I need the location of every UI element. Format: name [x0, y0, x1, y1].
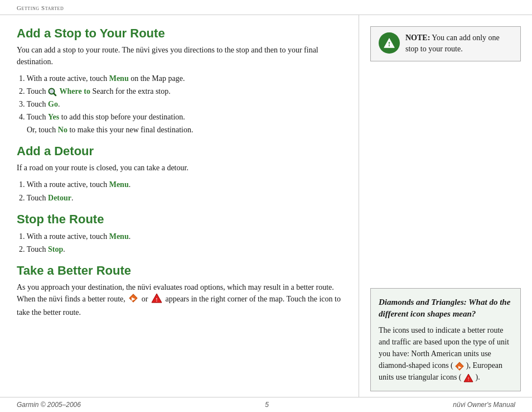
section-add-stop: Add a Stop to Your Route You can add a s… [17, 26, 342, 136]
section-take-better: Take a Better Route As you approach your… [17, 264, 342, 318]
stop-route-list: 1. With a route active, touch Menu. 2. T… [17, 230, 342, 256]
stop-link: Stop [48, 245, 63, 253]
add-detour-intro: If a road on your route is closed, you c… [17, 162, 342, 174]
list-item: 2. Touch Where to Search for the extra s… [17, 85, 342, 98]
where-to-link: Where to [60, 87, 90, 95]
diamonds-title: Diamonds and Triangles: What do the diff… [379, 296, 512, 320]
search-icon [48, 88, 57, 97]
diamonds-body: The icons used to indicate a better rout… [379, 324, 512, 383]
note-icon: ! [379, 32, 400, 54]
detour-link: Detour [48, 194, 71, 202]
list-item: 3. Touch Go. [17, 98, 342, 111]
svg-line-1 [54, 93, 56, 95]
list-item: 2. Touch Detour. [17, 191, 342, 204]
add-detour-list: 1. With a route active, touch Menu. 2. T… [17, 178, 342, 204]
footer-page-number: 5 [265, 401, 269, 409]
diamond-icon-inline: ▶ [128, 293, 138, 306]
right-spacer [370, 73, 521, 277]
triangle-icon-sidebar: ! [463, 373, 476, 381]
diamond-icon-sidebar: ▶ [455, 361, 466, 370]
footer-left: Garmin © 2005–2006 [17, 401, 81, 409]
note-box: ! NOTE: You can add only one stop to you… [370, 26, 521, 61]
section-add-detour: Add a Detour If a road on your route is … [17, 144, 342, 204]
menu-link-1: Menu [109, 74, 129, 83]
section-stop-route: Stop the Route 1. With a route active, t… [17, 212, 342, 256]
add-detour-title: Add a Detour [17, 144, 342, 159]
footer-right: nüvi Owner's Manual [453, 401, 515, 409]
note-label: NOTE: [405, 33, 430, 42]
no-link: No [58, 126, 67, 134]
take-better-title: Take a Better Route [17, 264, 342, 278]
list-item: 4. Touch Yes to add this stop before you… [17, 111, 342, 136]
svg-text:!: ! [156, 296, 157, 302]
right-column: ! NOTE: You can add only one stop to you… [359, 15, 532, 397]
content-area: Add a Stop to Your Route You can add a s… [0, 15, 532, 397]
add-stop-list: 1. With a route active, touch Menu on th… [17, 72, 342, 136]
svg-text:▶: ▶ [132, 296, 136, 301]
footer: Garmin © 2005–2006 5 nüvi Owner's Manual [0, 397, 532, 412]
list-item: 1. With a route active, touch Menu on th… [17, 72, 342, 85]
menu-link-3: Menu [109, 232, 129, 241]
diamonds-box: Diamonds and Triangles: What do the diff… [370, 288, 521, 391]
svg-text:!: ! [468, 377, 470, 382]
add-stop-title: Add a Stop to Your Route [17, 26, 342, 41]
breadcrumb-text: Getting Started [17, 4, 64, 11]
list-item: 2. Touch Stop. [17, 243, 342, 256]
take-better-body: As you approach your destination, the nü… [17, 281, 342, 318]
list-item: 1. With a route active, touch Menu. [17, 230, 342, 243]
go-link: Go [48, 100, 58, 108]
triangle-icon-inline: ! [151, 293, 162, 306]
breadcrumb: Getting Started [0, 0, 532, 15]
add-stop-intro: You can add a stop to your route. The nü… [17, 44, 342, 68]
list-item: 1. With a route active, touch Menu. [17, 178, 342, 191]
stop-route-title: Stop the Route [17, 212, 342, 227]
menu-link-2: Menu [109, 180, 129, 189]
yes-link: Yes [48, 113, 59, 121]
svg-text:!: ! [388, 40, 390, 48]
page: Getting Started Add a Stop to Your Route… [0, 0, 532, 412]
left-column: Add a Stop to Your Route You can add a s… [0, 15, 359, 397]
note-text: NOTE: You can add only one stop to your … [405, 32, 512, 55]
